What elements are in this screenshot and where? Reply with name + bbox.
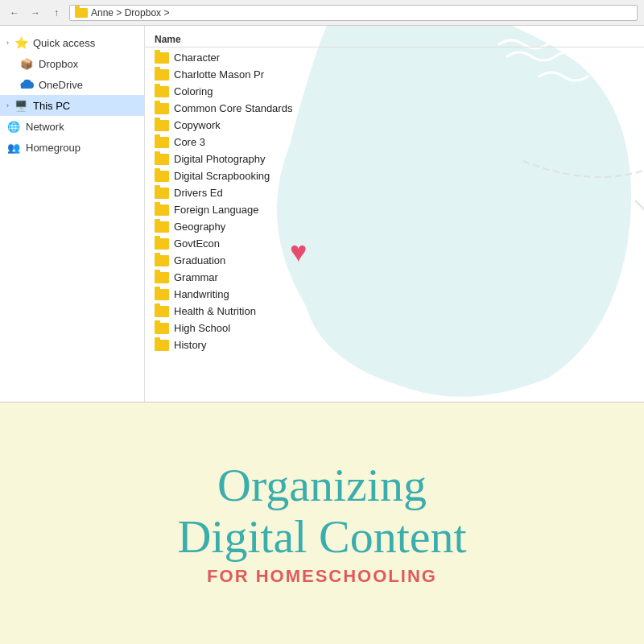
network-icon xyxy=(6,119,21,134)
up-button[interactable]: ↑ xyxy=(48,5,64,21)
list-item[interactable]: Digital Photography xyxy=(145,151,644,167)
file-list: Name CharacterCharlotte Mason PrColoring… xyxy=(145,26,644,402)
address-path[interactable]: Anne > Dropbox > xyxy=(69,5,638,21)
folder-icon xyxy=(155,137,169,148)
bottom-subtitle: FOR HOMESCHOOLING xyxy=(207,566,437,587)
folder-icon xyxy=(155,69,169,80)
file-item-label: GovtEcon xyxy=(174,237,220,250)
column-header: Name xyxy=(145,32,644,47)
explorer-body: › Quick access Dropbox OneDrive › This P… xyxy=(0,26,644,402)
folder-icon xyxy=(155,340,169,351)
sidebar-item-thispc[interactable]: › This PC xyxy=(0,95,144,116)
sidebar-item-dropbox[interactable]: Dropbox xyxy=(0,53,144,74)
file-item-label: Common Core Standards xyxy=(174,102,292,114)
list-item[interactable]: Grammar xyxy=(145,269,644,286)
sidebar-item-onedrive[interactable]: OneDrive xyxy=(0,74,144,95)
pc-icon xyxy=(14,98,28,113)
file-item-label: Geography xyxy=(174,221,225,233)
file-item-label: Drivers Ed xyxy=(174,187,223,199)
sidebar-item-label: Dropbox xyxy=(39,58,78,70)
list-item[interactable]: Handwriting xyxy=(145,286,644,303)
folder-icon xyxy=(155,323,169,334)
file-item-label: High School xyxy=(174,322,230,334)
sidebar-item-label: Quick access xyxy=(33,37,95,49)
folder-icon xyxy=(155,204,169,216)
list-item[interactable]: GovtEcon xyxy=(145,235,644,252)
file-item-label: Coloring xyxy=(174,85,213,97)
folder-icon xyxy=(155,154,169,165)
folder-icon-small xyxy=(75,8,88,18)
explorer-section: ← → ↑ Anne > Dropbox > › Quick access Dr… xyxy=(0,0,644,402)
dropbox-icon xyxy=(19,56,34,71)
folder-icon xyxy=(155,171,169,182)
file-item-label: Handwriting xyxy=(174,288,229,300)
file-item-label: Core 3 xyxy=(174,136,205,148)
list-item[interactable]: Foreign Language xyxy=(145,201,644,218)
list-item[interactable]: Charlotte Mason Pr xyxy=(145,66,644,83)
file-item-label: Character xyxy=(174,52,220,64)
folder-icon xyxy=(155,188,169,199)
sidebar-item-label: Homegroup xyxy=(26,142,80,154)
sidebar-item-homegroup[interactable]: Homegroup xyxy=(0,137,144,158)
forward-button[interactable]: → xyxy=(27,5,43,21)
list-item[interactable]: High School xyxy=(145,320,644,336)
file-item-label: Copywork xyxy=(174,119,221,131)
sidebar-item-network[interactable]: Network xyxy=(0,116,144,137)
address-path-text: Anne > Dropbox > xyxy=(91,7,169,19)
file-item-label: Graduation xyxy=(174,254,225,266)
folder-icon xyxy=(155,238,169,250)
folder-icon xyxy=(155,306,169,317)
list-item[interactable]: Drivers Ed xyxy=(145,184,644,201)
address-bar: ← → ↑ Anne > Dropbox > xyxy=(0,0,644,26)
file-item-label: Foreign Language xyxy=(174,204,259,216)
folder-icon xyxy=(155,221,169,233)
onedrive-icon xyxy=(19,77,34,92)
sidebar-item-label: This PC xyxy=(33,100,70,112)
back-button[interactable]: ← xyxy=(6,5,23,21)
list-item[interactable]: Core 3 xyxy=(145,134,644,151)
list-item[interactable]: Graduation xyxy=(145,252,644,269)
folder-icon xyxy=(155,52,169,64)
folder-icon xyxy=(155,272,169,283)
file-item-label: Grammar xyxy=(174,271,218,283)
folder-icon xyxy=(155,255,169,266)
list-item[interactable]: History xyxy=(145,336,644,353)
arrow-icon: › xyxy=(6,101,9,109)
star-icon xyxy=(14,35,28,50)
list-item[interactable]: Digital Scrapbooking xyxy=(145,167,644,184)
list-item[interactable]: Common Core Standards xyxy=(145,100,644,117)
bottom-section: Organizing Digital Content FOR HOMESCHOO… xyxy=(0,402,644,644)
folder-icon xyxy=(155,289,169,300)
list-item[interactable]: Health & Nutrition xyxy=(145,303,644,320)
file-item-label: Digital Scrapbooking xyxy=(174,170,270,182)
homegroup-icon xyxy=(6,140,21,155)
folder-icon xyxy=(155,103,169,114)
file-item-label: Charlotte Mason Pr xyxy=(174,68,264,80)
list-item[interactable]: Coloring xyxy=(145,83,644,100)
heart-decoration: ♥ xyxy=(290,235,307,269)
sidebar: › Quick access Dropbox OneDrive › This P… xyxy=(0,26,145,402)
folder-icon xyxy=(155,120,169,131)
sidebar-item-label: Network xyxy=(26,121,64,133)
file-item-label: Digital Photography xyxy=(174,153,265,165)
file-item-label: Health & Nutrition xyxy=(174,305,256,317)
list-item[interactable]: Character xyxy=(145,49,644,66)
list-item[interactable]: Geography xyxy=(145,218,644,235)
bottom-title-line1: Organizing xyxy=(217,460,427,511)
sidebar-item-label: OneDrive xyxy=(39,79,83,91)
folder-icon xyxy=(155,86,169,97)
arrow-icon: › xyxy=(6,39,9,47)
list-item[interactable]: Copywork xyxy=(145,117,644,134)
bottom-title-line2: Digital Content xyxy=(177,511,466,563)
sidebar-item-quickaccess[interactable]: › Quick access xyxy=(0,32,144,53)
file-item-label: History xyxy=(174,339,206,351)
